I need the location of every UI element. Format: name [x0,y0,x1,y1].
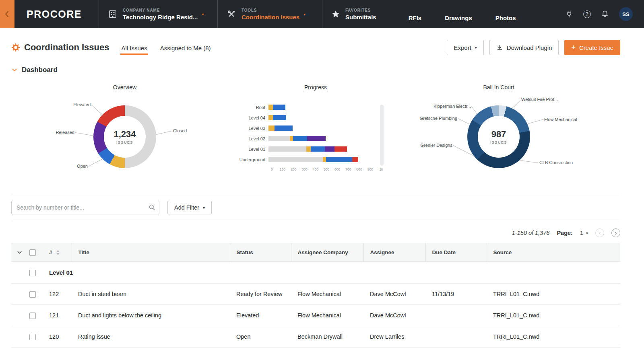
progress-bars: RoofLevel 04Level 03Level 02Level 01Unde… [235,105,396,172]
progress-bar-segment [268,136,290,141]
ball-in-court-donut[interactable]: 987 ISSUES [467,105,530,168]
overview-chart: Overview 1,234 ISSUES Elevated Released … [52,82,197,191]
tab-all-issues[interactable]: All Issues [120,40,148,56]
export-label: Export [454,44,471,51]
row-checkbox[interactable] [29,334,36,340]
table-row[interactable]: 120 Rating issue Open Beckman Drywall Dr… [11,326,620,348]
callout-kipperman: Kipperman Electr... [433,104,471,109]
ball-in-court-unit: ISSUES [490,140,507,144]
tools-label: TOOLS [242,8,299,12]
current-page: 1 [580,230,583,236]
row-checkbox[interactable] [29,313,36,319]
dashboard-label: Dashboard [22,66,58,74]
cell-due-date [425,305,487,326]
user-avatar[interactable]: SS [619,7,633,21]
company-selector[interactable]: COMPANY NAME Technology Ridge Resid... ▾ [99,0,217,28]
notifications-bell-icon[interactable] [601,10,609,18]
leader-line [91,105,103,116]
cell-number: 121 [43,305,72,326]
nav-link-drawings[interactable]: Drawings [445,14,472,21]
header-actions: Export ▾ Download Plugin + Create Issue [447,40,620,55]
cell-title: Duct and lights below the ceiling [72,305,230,326]
favorites-section: FAVORITES Submittals [322,0,385,28]
coordination-issues-page: PROCORE COMPANY NAME Technology Ridge Re… [0,0,644,362]
chevron-left-icon [3,10,12,19]
caret-down-icon: ▾ [202,12,204,16]
navbar-right-icons: ? SS [565,7,644,21]
download-plugin-button[interactable]: Download Plugin [489,40,559,55]
progress-bar-segment [311,146,325,152]
next-page-button[interactable]: › [611,228,620,237]
tool-selector[interactable]: TOOLS Coordination Issues ▾ [217,0,322,28]
search-input[interactable] [11,201,159,214]
progress-bar[interactable] [268,125,293,131]
caret-down-icon: ▾ [475,45,477,50]
group-row-level-01: Level 01 [11,262,620,284]
progress-bar-segment [275,125,293,131]
cell-status: Elevated [230,305,291,326]
progress-bar[interactable] [268,136,326,141]
callout-elevated: Elevated [73,102,91,107]
company-value: Technology Ridge Resid... [123,14,198,21]
sort-icon[interactable] [56,249,60,257]
progress-bar-label: Level 01 [235,147,268,152]
cell-source: TRRI_L01_C.nwd [487,284,620,305]
group-label: Level 01 [43,262,620,284]
row-checkbox[interactable] [29,291,36,298]
tab-assigned-to-me[interactable]: Assigned to Me (8) [159,40,212,56]
expand-all-chevron-icon[interactable] [16,249,23,256]
progress-bar-segment [268,157,323,162]
cell-status: Ready for Review [230,284,291,305]
table-row[interactable]: 121 Duct and lights below the ceiling El… [11,305,620,326]
group-checkbox[interactable] [29,270,36,276]
column-header-title: Title [72,243,230,262]
chart-scrollbar[interactable] [380,105,384,166]
cell-number: 122 [43,284,72,305]
star-icon [331,10,340,19]
gear-icon [11,43,20,52]
download-plugin-label: Download Plugin [507,44,552,51]
callout-open: Open [77,164,88,169]
divider [11,194,620,194]
column-header-source: Source [487,243,620,262]
select-all-checkbox[interactable] [29,249,36,256]
page-select[interactable]: 1 ▾ [580,230,588,236]
progress-bar-row: Level 02 [235,136,396,141]
progress-bar-segment [268,146,306,152]
back-button[interactable] [0,0,14,28]
create-issue-button[interactable]: + Create Issue [564,40,620,55]
pagination-bar: 1-150 of 1,376 Page: 1 ▾ ‹ › [0,228,620,237]
progress-bar-segment [307,136,326,141]
add-filter-button[interactable]: Add Filter ▾ [167,201,212,214]
leader-line [471,106,477,114]
nav-link-photos[interactable]: Photos [495,14,516,21]
progress-bar[interactable] [268,146,347,152]
search-box [11,201,159,214]
caret-down-icon: ▾ [303,12,305,16]
progress-bar[interactable] [268,105,285,110]
column-header-due-date: Due Date [425,243,487,262]
page-label: Page: [557,230,573,236]
procore-logo[interactable]: PROCORE [14,0,99,28]
plugin-icon[interactable] [565,10,573,18]
dashboard-toggle[interactable]: Dashboard [11,66,644,74]
progress-bar-segment [268,125,275,131]
prev-page-button[interactable]: ‹ [595,228,604,237]
favorite-submittals[interactable]: FAVORITES Submittals [345,8,376,21]
callout-released: Released [56,130,74,135]
cell-assignee-company: Flow Mechanical [291,305,363,326]
progress-bar[interactable] [268,115,286,120]
add-filter-label: Add Filter [174,204,199,211]
progress-bar-row: Underground [235,157,396,162]
leader-line [520,160,539,163]
help-icon[interactable]: ? [583,10,591,18]
callout-clb: CLB Consruction [539,160,573,165]
nav-link-rfis[interactable]: RFIs [409,14,422,21]
progress-bar[interactable] [268,157,358,162]
export-button[interactable]: Export ▾ [447,40,483,55]
table-row[interactable]: 122 Duct in steel beam Ready for Review … [11,284,620,305]
create-issue-label: Create Issue [579,44,613,51]
progress-chart: Progress RoofLevel 04Level 03Level 02Lev… [235,82,396,191]
caret-down-icon: ▾ [586,231,588,235]
progress-axis: 01002003004005006007008009001k [235,167,396,172]
